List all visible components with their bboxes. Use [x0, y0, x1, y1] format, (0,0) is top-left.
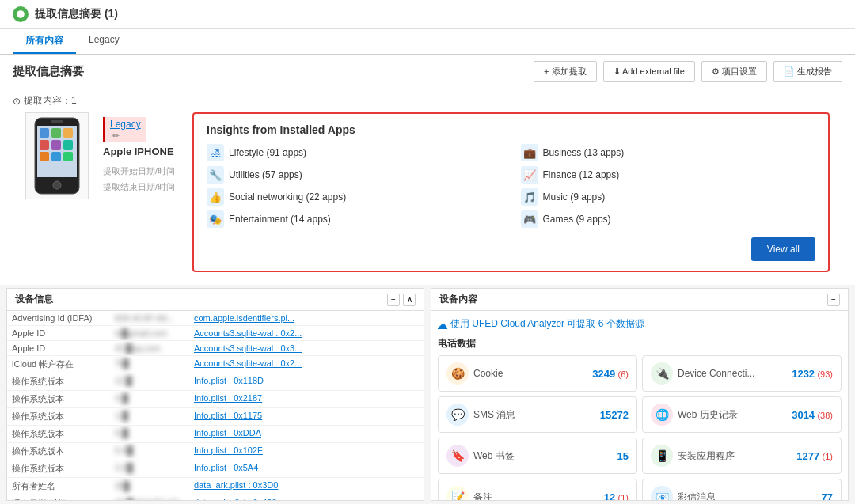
insights-grid: 🏖 Lifestyle (91 apps) 💼 Business (13 app…	[207, 144, 815, 228]
entertainment-icon: 🎭	[207, 210, 224, 228]
generate-report-button[interactable]: 📄 生成报告	[773, 61, 842, 82]
table-row: Apple ID 4C█qq.com Accounts3.sqlite-wal …	[7, 341, 424, 356]
device-start-date: 提取开始日期/时间	[103, 164, 175, 180]
edit-tag-icon[interactable]	[110, 130, 120, 141]
table-row: 操作系统版本 1C█ Info.plist : 0x118D	[7, 373, 424, 391]
insight-games: 🎮 Games (9 apps)	[521, 210, 815, 228]
add-external-file-button[interactable]: ⬇ Add external file	[603, 61, 695, 82]
table-row: 操作系统版本 4.█ Info.plist : 0x2187	[7, 391, 424, 408]
extraction-section: ⊙ 提取内容：1	[0, 89, 855, 285]
device-content-panel-title: 设备内容	[439, 293, 477, 306]
data-card-installed-apps[interactable]: 📱 安装应用程序 1277 (1)	[642, 438, 842, 474]
view-all-button[interactable]: View all	[751, 237, 815, 261]
device-image	[25, 112, 89, 199]
mms-icon: 📧	[651, 486, 673, 500]
content-panel-body: ☁ 使用 UFED Cloud Analyzer 可提取 6 个数据源 电话数据…	[431, 311, 848, 500]
lifestyle-icon: 🏖	[207, 144, 224, 161]
insight-music-label: Music (9 apps)	[543, 191, 606, 203]
toolbar: 提取信息摘要 + 添加提取 ⬇ Add external file ⚙ 项目设置…	[0, 55, 855, 89]
svg-rect-11	[63, 152, 73, 161]
business-icon: 💼	[521, 144, 538, 161]
data-card-device-connections[interactable]: 🔌 Device Connecti... 1232 (93)	[642, 355, 842, 392]
device-content-panel-header: 设备内容 −	[431, 289, 848, 311]
table-row: 操作系统版本 6.0█ Info.plist : 0x102F	[7, 443, 424, 460]
table-row: Apple ID tx█gmail.com Accounts3.sqlite-w…	[7, 326, 424, 341]
data-card-notes[interactable]: 📝 备注 12 (1)	[438, 479, 637, 500]
table-row: Advertising Id (IDFA) 828-4C4F-A6... com…	[7, 311, 424, 326]
table-row: 操作系统版本 1.█ Info.plist : 0x1175	[7, 408, 424, 426]
games-icon: 🎮	[521, 210, 538, 228]
content-panel-minus-button[interactable]: −	[827, 294, 840, 306]
insight-social-label: Social networking (22 apps)	[229, 191, 346, 203]
phone-data-subtitle: 电话数据	[438, 337, 842, 351]
add-extraction-button[interactable]: + 添加提取	[534, 61, 596, 82]
web-bookmark-icon: 🔖	[446, 445, 469, 467]
data-card-cookie[interactable]: 🍪 Cookie 3249 (6)	[438, 355, 637, 392]
panel-controls: − ∧	[387, 294, 416, 306]
tab-all-content[interactable]: 所有内容	[13, 29, 76, 54]
finance-icon: 📈	[521, 166, 538, 184]
insight-finance-label: Finance (12 apps)	[543, 169, 620, 180]
data-card-web-history[interactable]: 🌐 Web 历史记录 3014 (38)	[642, 396, 842, 433]
insight-games-label: Games (9 apps)	[543, 214, 611, 225]
insight-utilities: 🔧 Utilities (57 apps)	[207, 166, 501, 184]
music-icon: 🎵	[521, 188, 538, 206]
cookie-icon: 🍪	[446, 362, 469, 385]
svg-rect-4	[51, 128, 61, 138]
insight-finance: 📈 Finance (12 apps)	[521, 166, 815, 184]
insight-lifestyle: 🏖 Lifestyle (91 apps)	[207, 144, 501, 161]
panel-chevron-button[interactable]: ∧	[403, 294, 416, 306]
device-tag-link[interactable]: Legacy	[110, 119, 141, 130]
tab-legacy[interactable]: Legacy	[76, 29, 132, 54]
extraction-count: 提取内容：1	[24, 94, 77, 108]
main-content-area: Legacy Apple IPHONE 提取开始日期/时间 提取结束日期/时间 …	[13, 112, 842, 279]
table-row: iCloud 帐户存在 Tr█ Accounts3.sqlite-wal : 0…	[7, 356, 424, 373]
svg-rect-5	[63, 128, 73, 138]
data-card-mms[interactable]: 📧 彩信消息 77	[642, 479, 842, 500]
device-connection-icon: 🔌	[651, 362, 673, 385]
extraction-header: ⊙ 提取内容：1	[13, 89, 842, 112]
insight-music: 🎵 Music (9 apps)	[521, 188, 815, 206]
table-row: 适当日期/时间 20.█:41(UTC+0) data_ark.plist : …	[7, 495, 424, 500]
device-info-panel-title: 设备信息	[15, 293, 53, 306]
insight-business: 💼 Business (13 apps)	[521, 144, 815, 161]
page-title: 提取信息摘要 (1)	[35, 7, 118, 21]
notes-icon: 📝	[446, 486, 469, 500]
toolbar-title: 提取信息摘要	[13, 64, 84, 79]
device-card: Legacy Apple IPHONE 提取开始日期/时间 提取结束日期/时间	[25, 112, 180, 272]
svg-rect-3	[40, 128, 49, 138]
data-cards-grid: 🍪 Cookie 3249 (6) 🔌 Device Connecti...	[438, 355, 842, 500]
device-name: Apple IPHONE	[103, 146, 175, 157]
content-panel-controls: −	[827, 294, 840, 306]
insights-title: Insights from Installed Apps	[207, 123, 815, 136]
insight-business-label: Business (13 apps)	[543, 147, 625, 158]
device-info-panel: 设备信息 − ∧ Advertising Id (IDFA) 828-4C4F-…	[6, 288, 424, 501]
installed-apps-icon: 📱	[651, 445, 673, 467]
bottom-panels: 设备信息 − ∧ Advertising Id (IDFA) 828-4C4F-…	[0, 285, 855, 504]
device-info-card: Legacy Apple IPHONE 提取开始日期/时间 提取结束日期/时间	[98, 112, 180, 200]
social-icon: 👍	[207, 188, 224, 206]
data-card-sms[interactable]: 💬 SMS 消息 15272	[438, 396, 637, 433]
device-info-panel-header: 设备信息 − ∧	[7, 289, 424, 311]
cloud-icon: ☁	[438, 319, 447, 330]
insight-lifestyle-label: Lifestyle (91 apps)	[229, 147, 306, 158]
device-end-date: 提取结束日期/时间	[103, 180, 175, 195]
chevron-down-icon: ⊙	[13, 96, 21, 107]
svg-rect-7	[51, 140, 61, 150]
table-row: 操作系统版本 3.0█ Info.plist : 0x5A4	[7, 460, 424, 478]
table-row: 操作系统版本 6.█ Info.plist : 0xDDA	[7, 426, 424, 443]
data-card-web-bookmarks[interactable]: 🔖 Web 书签 15	[438, 438, 637, 474]
svg-rect-13	[51, 120, 63, 123]
device-info-table: Advertising Id (IDFA) 828-4C4F-A6... com…	[7, 311, 424, 500]
insight-entertainment: 🎭 Entertainment (14 apps)	[207, 210, 501, 228]
svg-point-12	[53, 181, 61, 189]
panel-minus-button[interactable]: −	[387, 294, 400, 306]
svg-rect-8	[63, 140, 73, 150]
cloud-analyzer-link[interactable]: ☁ 使用 UFED Cloud Analyzer 可提取 6 个数据源	[438, 317, 842, 331]
svg-point-0	[17, 10, 25, 18]
web-history-icon: 🌐	[651, 404, 673, 426]
table-row: 所有者姓名 何█ data_ark.plist : 0x3D0	[7, 478, 424, 495]
svg-rect-9	[40, 152, 49, 161]
svg-rect-6	[40, 140, 49, 150]
project-settings-button[interactable]: ⚙ 项目设置	[701, 61, 767, 82]
